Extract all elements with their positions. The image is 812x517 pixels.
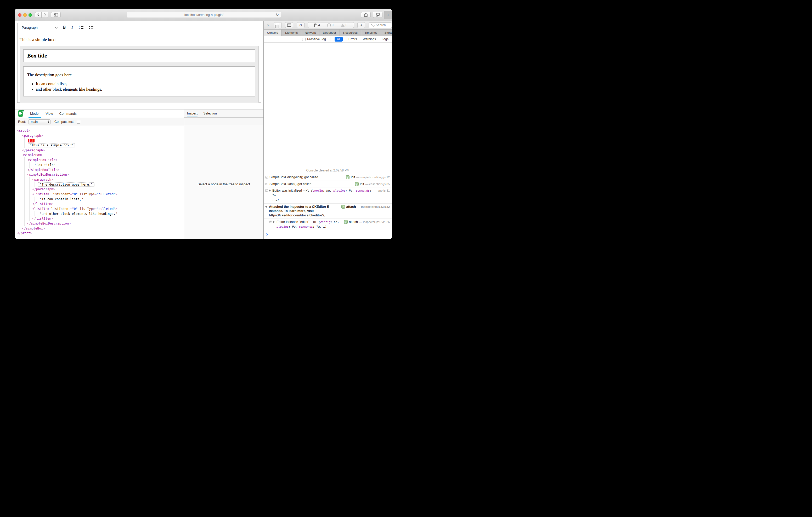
source-location-link[interactable]: — inspector.js:133:326 [359, 220, 390, 224]
tree-line[interactable]: </simpleBox> [17, 226, 184, 231]
bulleted-list-button[interactable] [89, 26, 93, 29]
description-list[interactable]: It can contain lists,and other block ele… [27, 82, 255, 92]
reload-icon[interactable]: ↻ [276, 12, 279, 17]
tree-line[interactable]: "It can contain lists," [17, 197, 184, 202]
close-inspector-icon[interactable]: × [266, 23, 270, 27]
devtools-tab-timelines[interactable]: Timelines [361, 30, 381, 36]
tree-line[interactable]: </simpleBoxDescription> [17, 221, 184, 226]
source-location-link[interactable]: app.js:31 [377, 188, 390, 193]
disclosure-collapsed-icon[interactable] [273, 221, 275, 223]
console-prompt[interactable] [264, 230, 392, 238]
function-name[interactable]: init [351, 175, 355, 180]
share-button[interactable] [361, 12, 371, 18]
editor-content[interactable]: This is a simple box: Box title The desc… [17, 32, 261, 103]
console-output-area[interactable]: Console cleared at 2:02:58 PM finit— sim… [264, 42, 392, 239]
dock-bottom-button[interactable] [285, 22, 293, 28]
tree-line[interactable]: </$root> [17, 231, 184, 236]
function-name[interactable]: attach [346, 205, 356, 209]
description-paragraph[interactable]: The description goes here. [27, 72, 255, 78]
tree-line[interactable]: </simpleBoxTitle> [17, 168, 184, 173]
root-select[interactable]: main [29, 119, 51, 124]
numbered-list-button[interactable]: 1 2 [79, 26, 83, 29]
new-tab-button[interactable]: + [384, 11, 392, 19]
scope-logs[interactable]: Logs [382, 37, 388, 41]
intro-paragraph[interactable]: This is a simple box: [20, 37, 259, 42]
tree-text-node[interactable]: "and other block elements like headings.… [38, 212, 119, 216]
tree-line[interactable]: "This is a simple box:" [17, 143, 184, 148]
list-item[interactable]: It can contain lists, [36, 82, 255, 86]
tree-line[interactable]: <paragraph> [17, 133, 184, 138]
tree-text-node[interactable]: "The description goes here." [38, 182, 94, 187]
console-row[interactable]: fattach— inspector.js:133:182Attached th… [264, 203, 392, 219]
list-item[interactable]: and other block elements like headings. [36, 87, 255, 92]
italic-button[interactable]: I [71, 25, 73, 30]
tab-view[interactable]: View [46, 110, 53, 118]
tree-line[interactable]: </listItem> [17, 202, 184, 207]
tree-line[interactable]: </listItem> [17, 216, 184, 221]
tree-line[interactable]: <$root> [17, 128, 184, 133]
element-picker-button[interactable]: ⌖ [357, 22, 366, 28]
close-window-button[interactable] [18, 13, 22, 17]
zoom-window-button[interactable] [29, 13, 32, 17]
devtools-tab-console[interactable]: Console [264, 30, 282, 36]
tree-line[interactable]: <listItem listIndent="0" listType="bulle… [17, 192, 184, 197]
function-name[interactable]: attach [349, 220, 358, 224]
tab-model[interactable]: Model [30, 110, 39, 118]
console-row[interactable]: fattach— inspector.js:133:326Editor inst… [264, 218, 392, 230]
function-name[interactable]: init [360, 182, 364, 186]
reload-page-button[interactable]: ↻ [297, 22, 305, 28]
console-row[interactable]: finit— essentials.js:35SimpleBoxUI#init(… [264, 181, 392, 187]
tab-commands[interactable]: Commands [59, 110, 77, 118]
tree-text-node[interactable]: "Box title" [33, 163, 57, 167]
simple-box-widget[interactable]: Box title The description goes here. It … [20, 46, 259, 103]
tree-line[interactable]: </paragraph> [17, 187, 184, 192]
tree-line[interactable]: <simpleBoxDescription> [17, 172, 184, 177]
heading-dropdown[interactable]: Paragraph [22, 26, 57, 30]
tree-line[interactable]: <paragraph> [17, 177, 184, 182]
minimize-window-button[interactable] [23, 13, 27, 17]
tab-selection[interactable]: Selection [203, 110, 216, 117]
disclosure-collapsed-icon[interactable] [269, 189, 271, 191]
tree-line[interactable]: "and other block elements like headings.… [17, 211, 184, 216]
back-button[interactable] [35, 12, 41, 18]
url-field[interactable]: localhost/creating-a-plugin/ ↻ [126, 12, 281, 18]
disclosure-expanded-icon[interactable] [265, 206, 267, 208]
box-description[interactable]: The description goes here. It can contai… [23, 66, 255, 96]
console-link[interactable]: https://ckeditor.com/docs/ckeditor5 [269, 214, 324, 217]
preserve-log-toggle[interactable]: Preserve Log [302, 37, 326, 41]
source-location-link[interactable]: — essentials.js:35 [366, 182, 390, 186]
resource-summary-button[interactable]: 4 ! 0 0 [308, 22, 354, 28]
tree-text-node[interactable]: "It can contain lists," [38, 197, 85, 201]
dock-side-button[interactable] [273, 22, 282, 28]
devtools-tab-resources[interactable]: Resources [340, 30, 361, 36]
scope-errors[interactable]: Errors [348, 37, 357, 41]
tree-line[interactable]: <simpleBox> [17, 153, 184, 158]
bold-button[interactable]: B [63, 25, 66, 30]
sidebar-toggle-button[interactable] [51, 12, 61, 18]
tree-line[interactable]: </paragraph> [17, 148, 184, 153]
tab-overview-button[interactable] [373, 12, 382, 18]
tree-text-node[interactable]: "This is a simple box:" [28, 143, 75, 147]
tree-line[interactable]: "Box title" [17, 162, 184, 168]
scope-warnings[interactable]: Warnings [363, 37, 376, 41]
devtools-tab-network[interactable]: Network [301, 30, 319, 36]
source-location-link[interactable]: — inspector.js:133:182 [357, 205, 390, 209]
model-tree[interactable]: <$root><paragraph>[]"This is a simple bo… [15, 126, 184, 239]
source-location-link[interactable]: — simpleboxediting.js:12 [356, 175, 390, 180]
devtools-tab-debugger[interactable]: Debugger [319, 30, 340, 36]
forward-button[interactable] [42, 12, 49, 18]
tree-line[interactable]: [] [17, 138, 184, 143]
console-row[interactable]: app.js:31Editor was initialized – Hl {co… [264, 187, 392, 203]
preserve-log-checkbox[interactable] [302, 38, 306, 41]
tree-line[interactable]: <simpleBoxTitle> [17, 158, 184, 162]
search-input[interactable]: Search [369, 23, 392, 28]
devtools-tab-storage[interactable]: Storage [381, 30, 392, 36]
console-row[interactable]: finit— simpleboxediting.js:12SimpleBoxEd… [264, 174, 392, 181]
devtools-tab-elements[interactable]: Elements [282, 30, 301, 36]
box-title[interactable]: Box title [23, 50, 255, 62]
tree-line[interactable]: "The description goes here." [17, 182, 184, 187]
tab-inspect[interactable]: Inspect [187, 110, 198, 117]
compact-text-checkbox[interactable] [77, 120, 80, 124]
scope-all[interactable]: All [335, 37, 343, 41]
tree-line[interactable]: <listItem listIndent="0" listType="bulle… [17, 207, 184, 211]
